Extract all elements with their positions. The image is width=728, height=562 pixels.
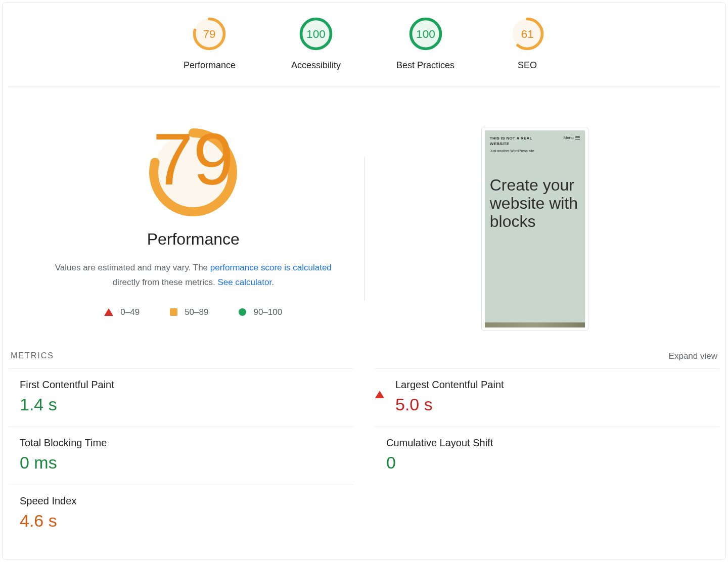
metric-name-tbt: Total Blocking Time [20, 437, 107, 449]
gauge-label-best-practices: Best Practices [396, 60, 454, 71]
perf-calculator-link[interactable]: See calculator [217, 277, 271, 287]
metric-tbt[interactable]: Total Blocking Time 0 ms [9, 427, 353, 485]
preview-tagline: Just another WordPress site [490, 149, 540, 154]
gauge-performance[interactable]: 79 Performance [184, 17, 236, 71]
metric-cls[interactable]: Cumulative Layout Shift 0 [375, 427, 719, 485]
metric-name-lcp: Largest Contentful Paint [395, 379, 504, 391]
gauge-best-practices[interactable]: 100 Best Practices [396, 17, 454, 71]
metrics-header: METRICS Expand view [5, 351, 723, 368]
gauge-label-seo: SEO [518, 60, 537, 71]
performance-subtext: Values are estimated and may vary. The p… [52, 261, 335, 290]
gauge-seo[interactable]: 61 SEO [510, 17, 544, 71]
metric-value-si: 4.6 s [20, 511, 76, 531]
metric-value-cls: 0 [386, 453, 493, 473]
metric-name-fcp: First Contentful Paint [20, 379, 114, 391]
perf-sub-text: Values are estimated and may vary. The [55, 263, 210, 272]
perf-sub-text: . [271, 277, 274, 287]
triangle-icon [104, 308, 113, 316]
metric-value-fcp: 1.4 s [20, 395, 114, 414]
report-card: 79 Performance 100 Accessibility 100 Bes… [2, 2, 726, 560]
expand-view-button[interactable]: Expand view [669, 351, 717, 361]
legend-item-fail: 0–49 [104, 307, 140, 317]
preview-menu: Menu [564, 135, 580, 140]
svg-text:61: 61 [521, 27, 533, 40]
preview-footer-image [485, 322, 585, 327]
screenshot-preview: THIS IS NOT A REAL WEBSITE Menu Just ano… [481, 127, 588, 331]
triangle-icon [375, 382, 384, 398]
svg-text:100: 100 [416, 27, 435, 40]
legend-item-average: 50–89 [170, 307, 208, 317]
hamburger-icon [575, 136, 580, 139]
legend-item-pass: 90–100 [239, 307, 282, 317]
metric-lcp[interactable]: Largest Contentful Paint 5.0 s [375, 368, 719, 427]
metric-fcp[interactable]: First Contentful Paint 1.4 s [9, 368, 353, 427]
preview-site-title: THIS IS NOT A REAL WEBSITE [490, 135, 545, 147]
performance-summary: 79 Performance Values are estimated and … [23, 127, 364, 331]
legend-range: 0–49 [120, 307, 140, 317]
perf-score-link[interactable]: performance score is calculated [210, 263, 332, 272]
metrics-heading: METRICS [11, 351, 54, 361]
perf-sub-text: directly from these metrics. [113, 277, 218, 287]
score-legend: 0–49 50–89 90–100 [104, 307, 282, 317]
performance-score-large: 79 [153, 127, 234, 200]
gauge-label-performance: Performance [184, 60, 236, 71]
metric-name-si: Speed Index [20, 495, 76, 507]
performance-title: Performance [147, 230, 240, 249]
legend-range: 50–89 [185, 307, 208, 317]
legend-range: 90–100 [253, 307, 282, 317]
metric-value-lcp: 5.0 s [395, 395, 504, 414]
svg-text:100: 100 [306, 27, 326, 40]
square-icon [170, 308, 177, 316]
screenshot-preview-wrap: THIS IS NOT A REAL WEBSITE Menu Just ano… [365, 127, 706, 331]
summary-gauges: 79 Performance 100 Accessibility 100 Bes… [9, 3, 719, 86]
gauge-accessibility[interactable]: 100 Accessibility [291, 17, 341, 71]
svg-text:79: 79 [203, 27, 216, 40]
gauge-label-accessibility: Accessibility [291, 60, 341, 71]
metric-si[interactable]: Speed Index 4.6 s [9, 485, 353, 543]
preview-menu-label: Menu [564, 135, 574, 140]
performance-gauge-large: 79 [148, 127, 239, 218]
circle-icon [239, 308, 246, 316]
metrics-grid: First Contentful Paint 1.4 s Largest Con… [3, 368, 725, 543]
metric-name-cls: Cumulative Layout Shift [386, 437, 493, 449]
performance-section: 79 Performance Values are estimated and … [3, 86, 725, 351]
preview-hero: Create your website with blocks [490, 176, 580, 230]
site-preview: THIS IS NOT A REAL WEBSITE Menu Just ano… [485, 130, 585, 327]
metric-value-tbt: 0 ms [20, 453, 107, 473]
